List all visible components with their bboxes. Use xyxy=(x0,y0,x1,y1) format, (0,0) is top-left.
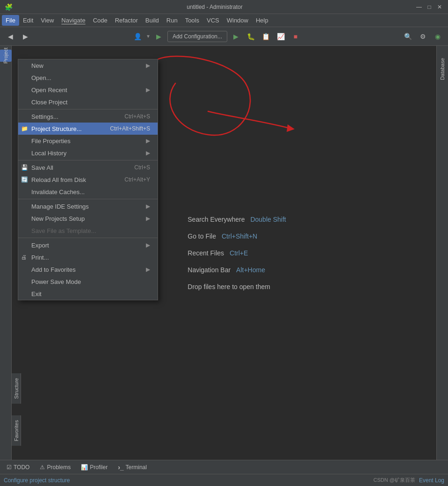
settings-shortcut: Ctrl+Alt+S xyxy=(124,113,150,120)
problems-tool-button[interactable]: ⚠ Problems xyxy=(35,463,75,472)
run-debug-icon[interactable]: ▶ xyxy=(152,30,166,43)
add-configuration-button[interactable]: Add Configuration... xyxy=(167,31,227,42)
settings-icon[interactable]: ⚙ xyxy=(416,30,429,43)
menu-item-navigate[interactable]: Navigate xyxy=(58,15,89,26)
debug-button[interactable]: 🐛 xyxy=(244,30,257,43)
structure-tab-label[interactable]: Structure xyxy=(14,375,19,402)
menu-reload-all[interactable]: 🔄 Reload All from Disk Ctrl+Alt+Y xyxy=(18,174,158,186)
menu-item-refactor[interactable]: Refactor xyxy=(111,15,142,26)
local-history-arrow-icon: ▶ xyxy=(146,150,150,156)
maximize-button[interactable]: □ xyxy=(426,3,433,11)
coverage-button[interactable]: 📋 xyxy=(259,30,272,43)
todo-icon: ☑ xyxy=(7,464,12,471)
navigation-bar-label: Navigation Bar xyxy=(188,266,231,274)
menu-power-save-mode[interactable]: Power Save Mode xyxy=(18,276,158,288)
logo-icon[interactable]: ◉ xyxy=(431,30,444,43)
separator-1 xyxy=(18,109,158,109)
menu-item-help[interactable]: Help xyxy=(252,15,272,26)
profiler-tool-button[interactable]: 📊 Profiler xyxy=(76,463,112,472)
save-all-icon: 💾 xyxy=(21,164,28,171)
menu-invalidate-caches[interactable]: Invalidate Caches... xyxy=(18,186,158,198)
profiler-icon: 📊 xyxy=(81,464,88,471)
menu-close-project[interactable]: Close Project xyxy=(18,96,158,108)
menu-local-history[interactable]: Local History ▶ xyxy=(18,147,158,159)
save-all-shortcut: Ctrl+S xyxy=(134,164,150,171)
reload-icon: 🔄 xyxy=(21,176,28,183)
profile-button[interactable]: 📈 xyxy=(274,30,287,43)
menu-save-as-template[interactable]: Save File as Template... xyxy=(18,225,158,237)
close-project-label: Close Project xyxy=(31,99,67,106)
user-dropdown-icon: ▼ xyxy=(146,34,151,39)
menu-save-all[interactable]: 💾 Save All Ctrl+S xyxy=(18,161,158,174)
menu-file-properties[interactable]: File Properties ▶ xyxy=(18,135,158,147)
toolbar-back-icon[interactable]: ◀ xyxy=(4,30,17,43)
favorites-tab-label[interactable]: Favorites xyxy=(14,417,19,444)
menu-project-structure[interactable]: 📁 Project Structure... Ctrl+Alt+Shift+S xyxy=(18,123,158,135)
save-all-label: Save All xyxy=(31,164,53,171)
svg-marker-0 xyxy=(287,124,295,132)
menu-item-file[interactable]: File xyxy=(2,15,19,26)
configure-project-structure-link[interactable]: Configure project structure xyxy=(4,477,70,484)
database-label[interactable]: Database xyxy=(440,55,445,83)
terminal-tool-button[interactable]: ›_ Terminal xyxy=(113,462,152,472)
menu-add-to-favorites[interactable]: Add to Favorites ▶ xyxy=(18,263,158,276)
recent-files-hint: Recent Files Ctrl+E xyxy=(188,249,248,257)
problems-label: Problems xyxy=(47,464,71,471)
drop-files-label: Drop files here to open them xyxy=(188,283,270,290)
project-structure-shortcut: Ctrl+Alt+Shift+S xyxy=(110,125,150,132)
menu-item-edit[interactable]: Edit xyxy=(19,15,37,26)
terminal-icon: ›_ xyxy=(118,464,123,471)
save-as-template-label: Save File as Template... xyxy=(31,227,96,234)
new-projects-setup-label: New Projects Setup xyxy=(31,215,85,222)
menu-open[interactable]: Open... xyxy=(18,72,158,84)
user-profile-icon[interactable]: 👤 xyxy=(131,30,144,43)
menu-new-projects-setup[interactable]: New Projects Setup ▶ xyxy=(18,212,158,225)
menu-open-recent[interactable]: Open Recent ▶ xyxy=(18,84,158,96)
menu-item-view[interactable]: View xyxy=(37,15,58,26)
manage-ide-label: Manage IDE Settings xyxy=(31,203,89,210)
menu-manage-ide[interactable]: Manage IDE Settings ▶ xyxy=(18,200,158,212)
open-recent-arrow-icon: ▶ xyxy=(146,87,150,93)
new-projects-setup-arrow-icon: ▶ xyxy=(146,215,150,222)
drop-files-hint: Drop files here to open them xyxy=(188,283,270,290)
separator-3 xyxy=(18,199,158,199)
menu-exit[interactable]: Exit xyxy=(18,288,158,300)
export-arrow-icon: ▶ xyxy=(146,242,150,248)
menu-item-build[interactable]: Build xyxy=(142,15,163,26)
app-logo-icon: 🧩 xyxy=(5,3,13,11)
menu-item-vcs[interactable]: VCS xyxy=(203,15,223,26)
close-button[interactable]: ✕ xyxy=(436,3,443,11)
search-everywhere-icon[interactable]: 🔍 xyxy=(401,30,414,43)
stop-button[interactable]: ■ xyxy=(289,30,302,43)
toolbar-forward-icon[interactable]: ▶ xyxy=(19,30,32,43)
file-properties-arrow-icon: ▶ xyxy=(146,138,150,144)
minimize-button[interactable]: — xyxy=(415,3,423,11)
csdn-label: CSDN @矿泉百茶 xyxy=(374,477,415,484)
menu-print[interactable]: 🖨 Print... xyxy=(18,251,158,263)
menu-item-window[interactable]: Window xyxy=(223,15,252,26)
print-label: Print... xyxy=(31,254,49,261)
status-bar: Configure project structure CSDN @矿泉百茶 E… xyxy=(0,474,448,486)
menu-new[interactable]: New ▶ xyxy=(18,59,158,72)
menu-item-run[interactable]: Run xyxy=(163,15,181,26)
terminal-label: Terminal xyxy=(126,464,147,471)
problems-icon: ⚠ xyxy=(40,464,45,471)
menu-item-tools[interactable]: Tools xyxy=(181,15,203,26)
export-label: Export xyxy=(31,242,49,249)
go-to-file-label: Go to File xyxy=(188,232,216,240)
go-to-file-hint: Go to File Ctrl+Shift+N xyxy=(188,232,257,240)
sidebar-project-icon[interactable]: Project xyxy=(0,50,12,62)
menu-settings[interactable]: Settings... Ctrl+Alt+S xyxy=(18,110,158,123)
right-sidebar: Database xyxy=(436,46,448,460)
invalidate-caches-label: Invalidate Caches... xyxy=(31,189,85,196)
separator-4 xyxy=(18,238,158,238)
run-button[interactable]: ▶ xyxy=(229,30,242,43)
navigation-bar-hint: Navigation Bar Alt+Home xyxy=(188,266,265,274)
menu-item-code[interactable]: Code xyxy=(89,15,111,26)
add-to-favorites-label: Add to Favorites xyxy=(31,266,76,273)
status-bar-right: CSDN @矿泉百茶 Event Log xyxy=(374,477,444,484)
todo-tool-button[interactable]: ☑ TODO xyxy=(2,463,34,472)
event-log-label[interactable]: Event Log xyxy=(419,477,444,484)
menu-export[interactable]: Export ▶ xyxy=(18,239,158,251)
toolbar-left: ◀ ▶ xyxy=(4,30,32,43)
